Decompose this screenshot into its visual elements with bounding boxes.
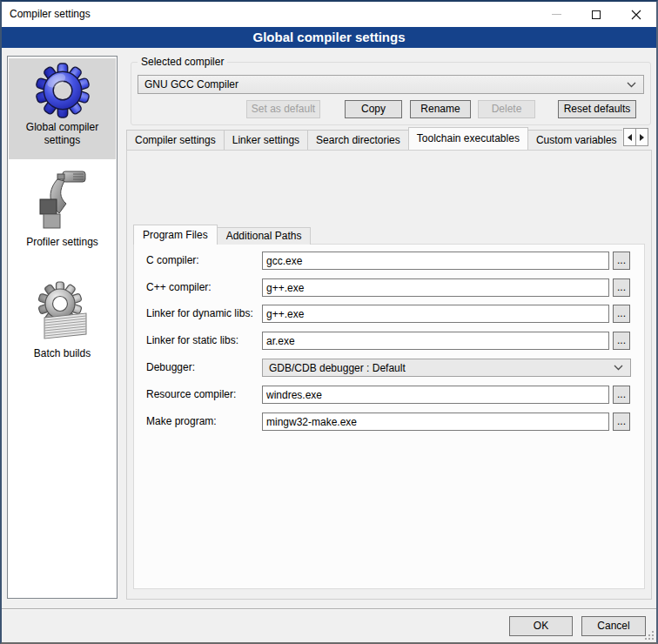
blue-gear-icon bbox=[34, 62, 91, 119]
copy-button[interactable]: Copy bbox=[345, 100, 402, 118]
resize-grip[interactable] bbox=[644, 630, 655, 641]
selected-compiler-group-label: Selected compiler bbox=[138, 56, 227, 68]
close-button[interactable] bbox=[616, 2, 656, 27]
window-title: Compiler settings bbox=[10, 2, 91, 27]
tab-toolchain-executables[interactable]: Toolchain executables bbox=[408, 127, 528, 150]
settings-tabstrip: Compiler settings Linker settings Search… bbox=[126, 127, 622, 150]
caption-buttons bbox=[536, 2, 656, 27]
linker-dynamic-label: Linker for dynamic libs: bbox=[146, 305, 253, 323]
profiler-caliper-icon bbox=[35, 166, 91, 234]
tab-scroll-right-button[interactable] bbox=[635, 128, 648, 146]
compiler-settings-window: Compiler settings Global compiler settin… bbox=[0, 0, 658, 644]
resource-compiler-label: Resource compiler: bbox=[146, 386, 236, 404]
rename-button[interactable]: Rename bbox=[410, 100, 471, 118]
tab-scroll-left-button[interactable] bbox=[623, 128, 636, 146]
settings-category-sidebar: Global compiler settings Profiler settin… bbox=[7, 56, 118, 599]
tab-scroll-buttons bbox=[623, 128, 648, 146]
tab-search-directories[interactable]: Search directories bbox=[307, 130, 409, 150]
titlebar[interactable]: Compiler settings bbox=[2, 2, 656, 27]
minimize-icon bbox=[552, 14, 561, 15]
batch-builds-icon bbox=[34, 281, 91, 345]
arrow-right-icon bbox=[640, 134, 644, 141]
reset-defaults-button[interactable]: Reset defaults bbox=[558, 100, 636, 118]
c-compiler-input[interactable] bbox=[262, 252, 609, 270]
make-program-label: Make program: bbox=[146, 413, 217, 431]
tab-program-files[interactable]: Program Files bbox=[133, 225, 218, 245]
maximize-button[interactable] bbox=[576, 2, 616, 27]
cancel-button[interactable]: Cancel bbox=[581, 616, 646, 636]
chevron-down-icon bbox=[614, 365, 623, 371]
sidebar-item-label: Batch builds bbox=[9, 347, 116, 360]
sidebar-item-batch-builds[interactable]: Batch builds bbox=[9, 278, 116, 365]
sidebar-item-profiler-settings[interactable]: Profiler settings bbox=[9, 163, 116, 253]
sidebar-item-global-compiler-settings[interactable]: Global compiler settings bbox=[9, 58, 116, 159]
tab-additional-paths[interactable]: Additional Paths bbox=[217, 227, 312, 245]
arrow-left-icon bbox=[628, 134, 632, 141]
close-icon bbox=[631, 10, 641, 20]
set-as-default-button[interactable]: Set as default bbox=[246, 100, 320, 118]
browse-button[interactable]: ... bbox=[613, 413, 630, 431]
selected-compiler-value: GNU GCC Compiler bbox=[138, 78, 627, 91]
resource-compiler-input[interactable] bbox=[262, 386, 609, 404]
linker-static-input[interactable] bbox=[262, 332, 609, 350]
c-compiler-label: C compiler: bbox=[146, 252, 199, 270]
sidebar-item-label: Profiler settings bbox=[9, 236, 116, 249]
dialog-header: Global compiler settings bbox=[2, 27, 656, 48]
selected-compiler-dropdown[interactable]: GNU GCC Compiler bbox=[138, 75, 644, 94]
program-files-tabstrip: Program Files Additional Paths bbox=[133, 225, 311, 245]
maximize-icon bbox=[592, 10, 601, 19]
sidebar-item-label: Global compiler settings bbox=[9, 121, 116, 147]
delete-button[interactable]: Delete bbox=[478, 100, 535, 118]
chevron-down-icon bbox=[627, 82, 636, 88]
debugger-select[interactable]: GDB/CDB debugger : Default bbox=[262, 359, 631, 377]
tab-custom-variables[interactable]: Custom variables bbox=[527, 130, 622, 150]
linker-dynamic-input[interactable] bbox=[262, 305, 609, 323]
browse-button[interactable]: ... bbox=[613, 278, 630, 297]
browse-button[interactable]: ... bbox=[613, 386, 630, 404]
minimize-button[interactable] bbox=[536, 2, 576, 27]
make-program-input[interactable] bbox=[262, 413, 609, 431]
tab-linker-settings[interactable]: Linker settings bbox=[224, 130, 308, 150]
browse-button[interactable]: ... bbox=[613, 332, 630, 350]
browse-button[interactable]: ... bbox=[613, 252, 630, 270]
debugger-value: GDB/CDB debugger : Default bbox=[263, 362, 614, 374]
cpp-compiler-input[interactable] bbox=[262, 278, 609, 297]
footer-divider bbox=[0, 608, 658, 610]
browse-button[interactable]: ... bbox=[613, 305, 630, 323]
tab-compiler-settings[interactable]: Compiler settings bbox=[126, 130, 225, 150]
linker-static-label: Linker for static libs: bbox=[146, 332, 238, 350]
cpp-compiler-label: C++ compiler: bbox=[146, 278, 212, 297]
debugger-label: Debugger: bbox=[146, 359, 195, 377]
ok-button[interactable]: OK bbox=[509, 616, 573, 636]
